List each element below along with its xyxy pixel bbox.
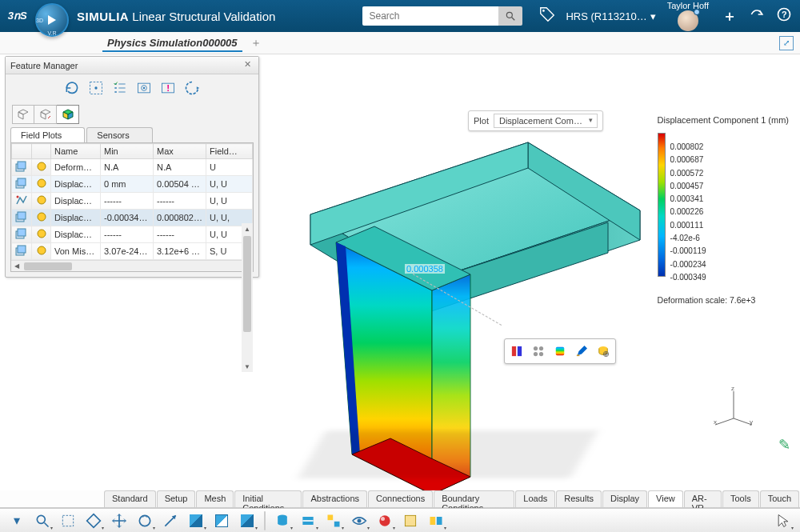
panel-tab[interactable]: Field Plots [10, 127, 85, 142]
render-mode-icon[interactable]: ▾ [272, 511, 293, 530]
table-header[interactable]: Name [51, 144, 101, 159]
avatar[interactable] [678, 10, 698, 31]
help-icon[interactable]: ? [774, 6, 794, 26]
display-style-icon[interactable]: ▾ [426, 511, 446, 530]
view-cube-1-icon[interactable]: ▾ [186, 511, 206, 530]
svg-text:3𝗇S: 3𝗇S [8, 10, 27, 22]
view-triad-icon[interactable]: z y x [714, 386, 754, 426]
show-min-max-icon[interactable] [507, 342, 526, 361]
search-input[interactable] [362, 6, 498, 26]
section-view-icon[interactable]: ▾ [298, 511, 318, 530]
breadcrumb-active-doc[interactable]: Physics Simulation000005 [102, 34, 242, 52]
bottom-tab[interactable]: View [648, 490, 683, 507]
view-cube-2-icon[interactable] [211, 511, 232, 530]
search-button[interactable] [498, 6, 522, 26]
legend-tick: 0.000111 [670, 221, 789, 234]
bottom-tab[interactable]: AR-VR [684, 490, 722, 507]
edit-plot-icon[interactable] [572, 342, 591, 361]
cursor-mode-icon[interactable]: ▾ [773, 511, 794, 530]
plot-dropdown[interactable]: Displacement Com… [494, 114, 598, 128]
view-cube-3-icon[interactable]: ▾ [237, 511, 258, 530]
svg-rect-17 [518, 346, 522, 356]
bottom-tab[interactable]: Setup [157, 490, 196, 507]
legend-tick: 0.000226 [670, 207, 789, 220]
svg-rect-66 [62, 515, 73, 526]
table-row[interactable]: Displace…0 mm0.00504 mmU, U [12, 176, 253, 193]
svg-point-68 [139, 515, 150, 526]
bottom-tab[interactable]: Boundary Conditions [434, 490, 514, 507]
bottom-tab[interactable]: Initial Conditions [234, 490, 302, 507]
search-icon [505, 10, 516, 22]
scrollbar-vertical[interactable]: ▲ ▼ [242, 223, 253, 372]
bottom-tab[interactable]: Results [556, 490, 602, 507]
hide-show-icon[interactable]: ▾ [349, 511, 370, 530]
view-mode-3[interactable] [57, 105, 79, 124]
svg-point-49 [38, 162, 46, 170]
table-header[interactable]: Min [101, 144, 154, 159]
bottom-tab[interactable]: Tools [722, 490, 759, 507]
pan-icon[interactable] [109, 511, 130, 530]
svg-rect-48 [18, 162, 26, 169]
svg-marker-41 [18, 112, 23, 119]
field-plots-table: NameMinMaxField… Deformat…N.AN.AUDisplac… [10, 142, 254, 272]
zoom-fit-icon[interactable]: ▾ [32, 511, 53, 530]
add-tab-button[interactable]: ＋ [250, 36, 262, 50]
checklist-icon[interactable] [110, 78, 130, 98]
bottom-tab[interactable]: Standard [104, 490, 156, 507]
visibility-icon[interactable] [134, 78, 154, 98]
collab-space-selector[interactable]: HRS (R113210… ▾ [566, 10, 655, 22]
tag-icon[interactable] [538, 6, 556, 26]
select-items-icon[interactable] [86, 78, 106, 98]
iso-clipping-icon[interactable] [550, 342, 570, 361]
table-header[interactable]: Field… [206, 144, 253, 159]
alert-icon[interactable]: ! [158, 78, 178, 98]
svg-point-63 [38, 246, 46, 254]
user-menu[interactable]: Taylor Hoff [667, 2, 709, 31]
rotate-3d-icon[interactable] [182, 78, 202, 98]
table-header[interactable] [12, 144, 32, 159]
animation-controls-icon[interactable] [529, 342, 548, 361]
compass-launcher-icon[interactable]: 3D V.R [35, 3, 69, 37]
rotate-icon[interactable]: ▾ [134, 511, 155, 530]
exploded-view-icon[interactable]: ▾ [323, 511, 344, 530]
table-row[interactable]: Displace…------------U, U [12, 193, 253, 210]
bottom-tab[interactable]: Loads [515, 490, 555, 507]
svg-marker-67 [87, 514, 101, 527]
zoom-area-icon[interactable] [58, 511, 78, 530]
bottom-tab[interactable]: Display [602, 490, 647, 507]
svg-marker-40 [18, 110, 28, 114]
feature-manager-panel: Feature Manager ✕ ! Field PlotsSensors N… [5, 56, 259, 278]
add-icon[interactable]: ＋ [720, 6, 739, 26]
close-icon[interactable]: ✕ [241, 59, 254, 72]
table-row[interactable]: Displace…------------U, U [12, 226, 253, 243]
table-row[interactable]: Deformat…N.AN.AU [12, 159, 253, 176]
table-row[interactable]: Displace…-0.000349 …0.000802 …U, U, [12, 210, 253, 226]
annotation-marker-icon[interactable]: ✎ [778, 436, 790, 454]
table-header[interactable] [32, 144, 51, 159]
refresh-icon[interactable] [62, 78, 82, 98]
panel-toolbar: ! [6, 74, 258, 102]
plot-options-icon[interactable] [594, 342, 613, 361]
table-row[interactable]: Von Mises…3.07e-24 …3.12e+6 …S, U [12, 243, 253, 260]
bottom-tab[interactable]: Mesh [196, 490, 234, 507]
bottom-tab[interactable]: Abstractions [302, 490, 367, 507]
svg-point-36 [143, 87, 146, 90]
view-mode-2[interactable] [34, 105, 57, 124]
svg-point-3 [543, 10, 546, 12]
look-at-icon[interactable] [160, 511, 181, 530]
panel-tab[interactable]: Sensors [86, 127, 152, 142]
normal-to-view-icon[interactable]: ▾ [83, 511, 104, 530]
bottom-tab[interactable]: Connections [368, 490, 433, 507]
bottom-tabs: StandardSetupMeshInitial ConditionsAbstr… [0, 490, 800, 508]
panel-header[interactable]: Feature Manager ✕ [6, 57, 258, 74]
table-header[interactable]: Max [154, 144, 206, 159]
transparency-icon[interactable] [400, 511, 421, 530]
history-dropdown[interactable]: ▾ [6, 511, 27, 530]
brand-logo-icon[interactable]: 3𝗇S [6, 6, 27, 26]
scrollbar-horizontal[interactable]: ◀ ▶ [11, 260, 253, 271]
collapse-icon[interactable]: ⤢ [779, 36, 794, 50]
bottom-tab[interactable]: Touch [760, 490, 799, 507]
view-mode-1[interactable] [12, 105, 34, 124]
share-icon[interactable] [747, 6, 766, 26]
appearance-icon[interactable]: ▾ [374, 511, 395, 530]
